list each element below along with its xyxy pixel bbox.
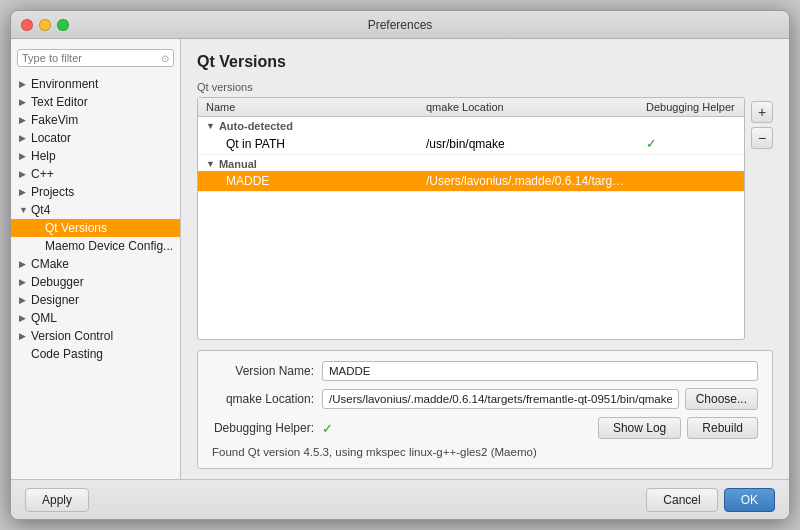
content-area: ⊙ ▶Environment▶Text Editor▶FakeVim▶Locat…: [11, 39, 789, 479]
col-header-name: Name: [198, 101, 418, 113]
sidebar-arrow-icon: ▼: [19, 205, 31, 215]
sidebar-arrow-icon: ▶: [19, 187, 31, 197]
row-debug-madde: [638, 180, 744, 182]
table-row[interactable]: MADDE /Users/lavonius/.madde/0.6.14/targ…: [198, 171, 744, 192]
debugging-helper-label: Debugging Helper:: [212, 421, 322, 435]
sidebar-item-cmake[interactable]: ▶CMake: [11, 255, 180, 273]
sidebar-items-container: ▶Environment▶Text Editor▶FakeVim▶Locator…: [11, 75, 180, 363]
sidebar-item-version-control[interactable]: ▶Version Control: [11, 327, 180, 345]
add-qt-version-button[interactable]: +: [751, 101, 773, 123]
sidebar: ⊙ ▶Environment▶Text Editor▶FakeVim▶Locat…: [11, 39, 181, 479]
row-name-madde: MADDE: [198, 173, 418, 189]
rebuild-button[interactable]: Rebuild: [687, 417, 758, 439]
sidebar-arrow-icon: ▶: [19, 133, 31, 143]
titlebar: Preferences: [11, 11, 789, 39]
sidebar-arrow-icon: ▶: [19, 151, 31, 161]
row-name-qtinpath: Qt in PATH: [198, 136, 418, 152]
sidebar-arrow-icon: ▶: [19, 277, 31, 287]
sidebar-arrow-icon: ▶: [19, 97, 31, 107]
main-content: Qt Versions Qt versions Name qmake Locat…: [181, 39, 789, 479]
group-label-text: Manual: [219, 158, 257, 170]
sidebar-item-locator[interactable]: ▶Locator: [11, 129, 180, 147]
sidebar-item-debugger[interactable]: ▶Debugger: [11, 273, 180, 291]
group-manual: ▼ Manual: [198, 155, 744, 171]
sidebar-item-label: Code Pasting: [31, 347, 174, 361]
choose-button[interactable]: Choose...: [685, 388, 758, 410]
sidebar-arrow-icon: ▶: [19, 331, 31, 341]
sidebar-arrow-icon: ▶: [19, 79, 31, 89]
apply-button[interactable]: Apply: [25, 488, 89, 512]
sidebar-arrow-icon: ▶: [19, 115, 31, 125]
sidebar-item-label: Qt Versions: [45, 221, 174, 235]
sidebar-item-label: Debugger: [31, 275, 174, 289]
debugging-helper-row: Debugging Helper: ✓ Show Log Rebuild: [212, 417, 758, 439]
sidebar-item-fakevim[interactable]: ▶FakeVim: [11, 111, 180, 129]
row-debug-qtinpath: ✓: [638, 135, 744, 152]
page-title: Qt Versions: [197, 53, 773, 71]
sidebar-item-label: Maemo Device Config...: [45, 239, 174, 253]
sidebar-item-cpp[interactable]: ▶C++: [11, 165, 180, 183]
remove-qt-version-button[interactable]: −: [751, 127, 773, 149]
sidebar-item-maemo-device[interactable]: Maemo Device Config...: [11, 237, 180, 255]
check-icon: ✓: [646, 136, 657, 151]
table-body: ▼ Auto-detected Qt in PATH /usr/bin/qmak…: [198, 117, 744, 339]
window-title: Preferences: [368, 18, 433, 32]
qmake-location-input[interactable]: [322, 389, 679, 409]
qmake-location-row: qmake Location: Choose...: [212, 388, 758, 410]
sidebar-item-label: Text Editor: [31, 95, 174, 109]
row-qmake-madde: /Users/lavonius/.madde/0.6.14/target....: [418, 173, 638, 189]
sidebar-item-label: Qt4: [31, 203, 174, 217]
table-row[interactable]: Qt in PATH /usr/bin/qmake ✓: [198, 133, 744, 155]
debugging-helper-check-icon: ✓: [322, 421, 333, 436]
group-label-text: Auto-detected: [219, 120, 293, 132]
bottom-bar: Apply Cancel OK: [11, 479, 789, 519]
qt-versions-table: Name qmake Location Debugging Helper ▼ A…: [197, 97, 745, 340]
minimize-button[interactable]: [39, 19, 51, 31]
row-qmake-qtinpath: /usr/bin/qmake: [418, 136, 638, 152]
filter-input[interactable]: [22, 52, 161, 64]
show-log-button[interactable]: Show Log: [598, 417, 681, 439]
filter-icon: ⊙: [161, 53, 169, 64]
table-action-buttons: + −: [751, 101, 773, 340]
col-header-debug: Debugging Helper: [638, 101, 744, 113]
sidebar-item-label: Projects: [31, 185, 174, 199]
group-arrow-icon: ▼: [206, 159, 215, 169]
version-name-input[interactable]: [322, 361, 758, 381]
sidebar-item-label: Designer: [31, 293, 174, 307]
sidebar-item-help[interactable]: ▶Help: [11, 147, 180, 165]
close-button[interactable]: [21, 19, 33, 31]
sidebar-item-label: Environment: [31, 77, 174, 91]
sidebar-item-qml[interactable]: ▶QML: [11, 309, 180, 327]
table-area: Name qmake Location Debugging Helper ▼ A…: [197, 97, 773, 340]
sidebar-arrow-icon: ▶: [19, 295, 31, 305]
sidebar-arrow-icon: ▶: [19, 169, 31, 179]
titlebar-buttons: [21, 19, 69, 31]
sidebar-item-designer[interactable]: ▶Designer: [11, 291, 180, 309]
filter-row[interactable]: ⊙: [17, 49, 174, 67]
sidebar-item-environment[interactable]: ▶Environment: [11, 75, 180, 93]
sidebar-item-projects[interactable]: ▶Projects: [11, 183, 180, 201]
right-buttons: Cancel OK: [646, 488, 775, 512]
sidebar-item-label: C++: [31, 167, 174, 181]
sidebar-item-text-editor[interactable]: ▶Text Editor: [11, 93, 180, 111]
cancel-button[interactable]: Cancel: [646, 488, 717, 512]
found-text: Found Qt version 4.5.3, using mkspec lin…: [212, 446, 758, 458]
debug-action-buttons: Show Log Rebuild: [598, 417, 758, 439]
table-header: Name qmake Location Debugging Helper: [198, 98, 744, 117]
group-arrow-icon: ▼: [206, 121, 215, 131]
sidebar-item-code-pasting[interactable]: Code Pasting: [11, 345, 180, 363]
sidebar-item-label: QML: [31, 311, 174, 325]
sidebar-item-qt-versions[interactable]: Qt Versions: [11, 219, 180, 237]
sidebar-item-label: CMake: [31, 257, 174, 271]
group-auto-detected: ▼ Auto-detected: [198, 117, 744, 133]
sidebar-item-label: Help: [31, 149, 174, 163]
version-name-label: Version Name:: [212, 364, 322, 378]
ok-button[interactable]: OK: [724, 488, 775, 512]
sidebar-arrow-icon: ▶: [19, 259, 31, 269]
section-label: Qt versions: [197, 81, 773, 93]
bottom-form: Version Name: qmake Location: Choose... …: [197, 350, 773, 469]
maximize-button[interactable]: [57, 19, 69, 31]
sidebar-item-label: FakeVim: [31, 113, 174, 127]
sidebar-item-qt4[interactable]: ▼Qt4: [11, 201, 180, 219]
preferences-window: Preferences ⊙ ▶Environment▶Text Editor▶F…: [10, 10, 790, 520]
